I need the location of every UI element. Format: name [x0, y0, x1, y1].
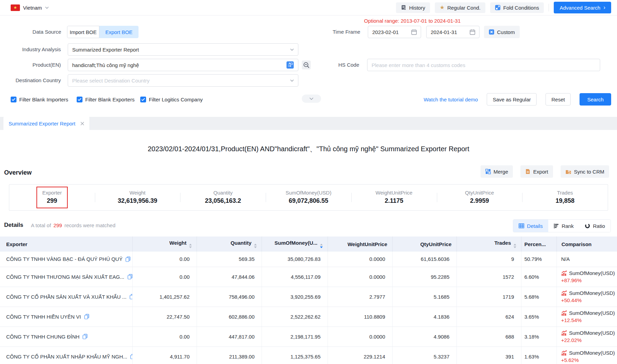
copy-icon[interactable] [130, 294, 132, 299]
comparison-change: +12.54% [561, 317, 613, 323]
table-row: CÔNG TY CỔ PHẦN XUẤT NHẬP KHẨU MỸ NGH...… [0, 346, 617, 364]
regular-cond-button[interactable]: ★ Regular Cond. [435, 2, 485, 13]
sync-to-crm-button[interactable]: Sync to CRM [561, 165, 609, 178]
sort-toggle-weight[interactable] [189, 244, 192, 248]
cell-quantity: 211,389.00 [197, 346, 262, 364]
report-title: 2023/02/01-2024/01/31,Product(EN) AND"ha… [0, 144, 617, 154]
cell-weight: 22,747.50 [132, 307, 197, 327]
topbar-actions: History ★ Regular Cond. Fold Conditions … [396, 2, 611, 13]
calendar-icon[interactable] [470, 29, 475, 35]
save-as-regular-button[interactable]: Save as Regular [487, 93, 537, 106]
column-header-sum_of_money[interactable]: SumOfMoney(U... [262, 236, 328, 252]
cell-qty_unit_price: 5.3237 [392, 346, 456, 364]
copy-icon[interactable] [125, 256, 131, 262]
cell-sum_of_money: 1,125,375.65 [262, 346, 328, 364]
view-details-button[interactable]: Details [513, 220, 548, 232]
export-button[interactable]: Export [520, 165, 553, 178]
cell-qty_unit_price: 95.2285 [392, 267, 456, 287]
merge-label: Merge [494, 169, 508, 175]
close-icon[interactable] [80, 122, 84, 125]
collapse-conditions-button[interactable] [302, 95, 321, 103]
copy-icon[interactable] [130, 354, 132, 359]
cell-exporter: CÔNG TY TNHH HIỀN UYÊN VI [0, 307, 132, 327]
stat-quantity: Quantity 23,056,163.2 [180, 187, 266, 208]
calendar-icon[interactable] [411, 29, 417, 35]
sort-toggle-quantity[interactable] [254, 244, 257, 248]
column-label: QtyUnitPrice [420, 241, 452, 247]
column-header-quantity[interactable]: Quantity [197, 236, 262, 252]
export-boe-button[interactable]: Export BOE [99, 26, 139, 38]
cell-sum_of_money: 2,522,262.62 [262, 307, 328, 327]
trend-up-icon [561, 330, 567, 336]
cell-percent: 50.79% [521, 252, 557, 267]
reset-button[interactable]: Reset [546, 93, 571, 106]
cell-exporter: CÔNG TY CỔ PHẦN XUẤT NHẬP KHẨU MỸ NGH... [0, 346, 132, 364]
cell-weight_unit_price: 0.0000 [328, 267, 392, 287]
comparison-change: +50.44% [561, 297, 613, 303]
exporter-name[interactable]: CÔNG TY TNHH THƯƠNG MẠI SẢN XUẤT EAG... [6, 274, 124, 280]
cell-qty_unit_price: 5.1685 [392, 287, 456, 307]
tutorial-link[interactable]: Watch the tutorial demo [424, 97, 478, 102]
ratio-donut-icon [585, 223, 590, 229]
table-row: CÔNG TY TNHH VÀNG BẠC - ĐÁ QUÝ PHÚ QUÝ0.… [0, 252, 617, 267]
copy-icon[interactable] [128, 274, 132, 279]
filter-blank-exporters-checkbox[interactable]: Filter Blank Exporters [77, 97, 134, 102]
vietnam-flag-icon: ★ [11, 4, 20, 11]
cell-comparison: SumOfMoney(USD)+5.62% [557, 346, 617, 364]
copy-icon[interactable] [82, 334, 88, 339]
copy-icon[interactable] [84, 314, 89, 319]
advanced-search-button[interactable]: Advanced Search › [554, 2, 611, 13]
destination-country-select[interactable]: Please select Destination Country [68, 74, 298, 87]
view-switcher: Details Rank Ratio [513, 219, 611, 232]
overview-heading: Overview [4, 169, 32, 176]
search-button[interactable]: Search [580, 93, 611, 106]
hs-code-input[interactable] [367, 59, 600, 71]
filter-blank-importers-checkbox[interactable]: Filter Blank Importers [11, 97, 68, 102]
tab-summarized-exporter-report[interactable]: Summarized Exporter Report [3, 117, 89, 130]
translate-icon[interactable]: A [286, 61, 294, 69]
sort-toggle-sum_of_money[interactable] [320, 244, 323, 248]
industry-analysis-select[interactable]: Summarized Exporter Report [68, 43, 298, 56]
records-matched-text: A total of299records were matched [31, 222, 115, 228]
cell-trades: 624 [456, 307, 521, 327]
history-button[interactable]: History [396, 2, 430, 13]
sort-toggle-trades[interactable] [514, 244, 516, 248]
country-name: Vietnam [23, 5, 42, 11]
comparison-metric: SumOfMoney(USD) [561, 310, 613, 316]
exporter-name[interactable]: CÔNG TY CỔ PHẦN XUẤT NHẬP KHẨU MỸ NGH... [6, 354, 127, 360]
table-row: CÔNG TY TNHH THƯƠNG MẠI SẢN XUẤT EAG...0… [0, 267, 617, 287]
custom-range-button[interactable]: Custom [484, 26, 520, 38]
hs-code-label: HS Code [304, 62, 359, 68]
country-selector[interactable]: ★ Vietnam [11, 4, 49, 11]
view-ratio-button[interactable]: Ratio [579, 220, 610, 232]
exporter-name[interactable]: CÔNG TY TNHH CHUNG ĐỈNH [6, 334, 79, 340]
overview-actions: Merge Export Sync to CRM [481, 165, 609, 178]
merge-button[interactable]: Merge [481, 165, 513, 178]
exporter-name[interactable]: CÔNG TY TNHH HIỀN UYÊN VI [6, 314, 81, 320]
filter-logitics-company-checkbox[interactable]: Filter Logitics Company [140, 97, 203, 102]
chevron-down-icon [290, 79, 294, 82]
sync-to-crm-label: Sync to CRM [574, 169, 604, 175]
column-label: Quantity [231, 240, 252, 246]
topbar: ★ Vietnam History ★ Regular Cond. Fold C… [0, 0, 617, 15]
form-actions: Watch the tutorial demo Save as Regular … [424, 93, 611, 106]
cell-exporter: CÔNG TY TNHH THƯƠNG MẠI SẢN XUẤT EAG... [0, 267, 132, 287]
product-en-input[interactable] [68, 59, 298, 71]
exporter-name[interactable]: CÔNG TY CỔ PHẦN SẢN XUẤT VÀ XUẤT KHẨU ..… [6, 294, 126, 300]
column-header-weight[interactable]: Weight [132, 236, 197, 252]
view-rank-label: Rank [562, 223, 574, 229]
industry-analysis-label: Industry Analysis [6, 46, 61, 52]
sync-folder-icon [565, 169, 571, 174]
fold-conditions-button[interactable]: Fold Conditions [490, 2, 544, 13]
exporter-name[interactable]: CÔNG TY TNHH VÀNG BẠC - ĐÁ QUÝ PHÚ QUÝ [6, 256, 122, 262]
cell-weight_unit_price: 0.0000 [328, 252, 392, 267]
export-label: Export [533, 169, 548, 175]
cell-quantity: 447,817.00 [197, 327, 262, 346]
import-boe-button[interactable]: Import BOE [67, 26, 99, 38]
history-label: History [409, 5, 425, 11]
column-header-comparison: Comparison [557, 236, 617, 252]
history-icon [401, 5, 406, 10]
view-rank-button[interactable]: Rank [548, 220, 579, 232]
column-header-trades[interactable]: Trades [456, 236, 521, 252]
total-count: 299 [53, 222, 62, 228]
